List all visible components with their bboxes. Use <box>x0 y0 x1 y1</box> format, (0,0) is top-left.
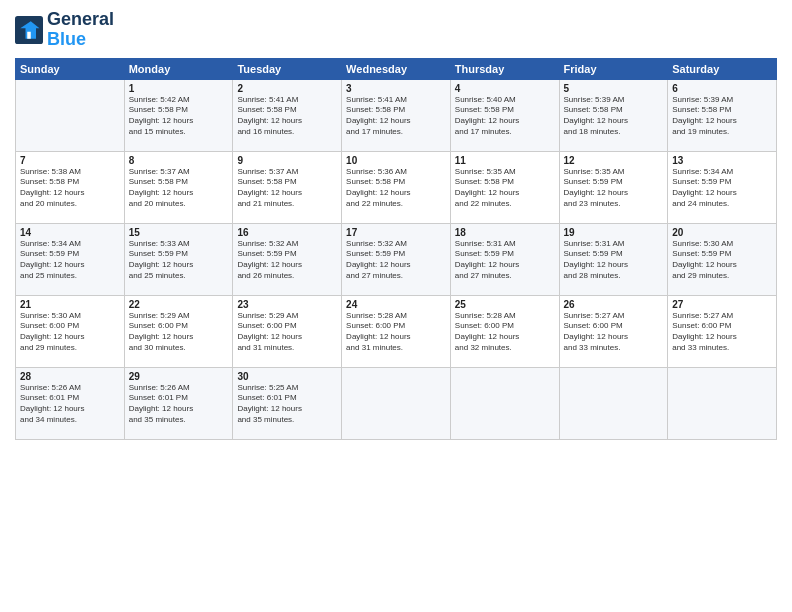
day-info: Sunrise: 5:30 AM Sunset: 5:59 PM Dayligh… <box>672 239 772 282</box>
col-header-saturday: Saturday <box>668 58 777 79</box>
calendar-cell: 6Sunrise: 5:39 AM Sunset: 5:58 PM Daylig… <box>668 79 777 151</box>
day-info: Sunrise: 5:42 AM Sunset: 5:58 PM Dayligh… <box>129 95 229 138</box>
day-number: 1 <box>129 83 229 94</box>
day-number: 24 <box>346 299 446 310</box>
day-info: Sunrise: 5:31 AM Sunset: 5:59 PM Dayligh… <box>455 239 555 282</box>
day-number: 14 <box>20 227 120 238</box>
calendar-cell: 7Sunrise: 5:38 AM Sunset: 5:58 PM Daylig… <box>16 151 125 223</box>
day-number: 12 <box>564 155 664 166</box>
day-number: 19 <box>564 227 664 238</box>
calendar-cell: 10Sunrise: 5:36 AM Sunset: 5:58 PM Dayli… <box>342 151 451 223</box>
week-row-3: 14Sunrise: 5:34 AM Sunset: 5:59 PM Dayli… <box>16 223 777 295</box>
calendar-cell: 8Sunrise: 5:37 AM Sunset: 5:58 PM Daylig… <box>124 151 233 223</box>
col-header-thursday: Thursday <box>450 58 559 79</box>
calendar-cell: 25Sunrise: 5:28 AM Sunset: 6:00 PM Dayli… <box>450 295 559 367</box>
day-info: Sunrise: 5:28 AM Sunset: 6:00 PM Dayligh… <box>346 311 446 354</box>
day-number: 28 <box>20 371 120 382</box>
calendar-cell: 12Sunrise: 5:35 AM Sunset: 5:59 PM Dayli… <box>559 151 668 223</box>
header-row: SundayMondayTuesdayWednesdayThursdayFrid… <box>16 58 777 79</box>
day-info: Sunrise: 5:26 AM Sunset: 6:01 PM Dayligh… <box>20 383 120 426</box>
day-info: Sunrise: 5:29 AM Sunset: 6:00 PM Dayligh… <box>129 311 229 354</box>
calendar-cell: 30Sunrise: 5:25 AM Sunset: 6:01 PM Dayli… <box>233 367 342 439</box>
day-info: Sunrise: 5:39 AM Sunset: 5:58 PM Dayligh… <box>564 95 664 138</box>
calendar-cell: 21Sunrise: 5:30 AM Sunset: 6:00 PM Dayli… <box>16 295 125 367</box>
day-info: Sunrise: 5:27 AM Sunset: 6:00 PM Dayligh… <box>564 311 664 354</box>
week-row-5: 28Sunrise: 5:26 AM Sunset: 6:01 PM Dayli… <box>16 367 777 439</box>
calendar-cell: 24Sunrise: 5:28 AM Sunset: 6:00 PM Dayli… <box>342 295 451 367</box>
calendar-cell: 28Sunrise: 5:26 AM Sunset: 6:01 PM Dayli… <box>16 367 125 439</box>
day-info: Sunrise: 5:30 AM Sunset: 6:00 PM Dayligh… <box>20 311 120 354</box>
calendar-cell: 3Sunrise: 5:41 AM Sunset: 5:58 PM Daylig… <box>342 79 451 151</box>
day-number: 22 <box>129 299 229 310</box>
day-number: 25 <box>455 299 555 310</box>
calendar-cell: 5Sunrise: 5:39 AM Sunset: 5:58 PM Daylig… <box>559 79 668 151</box>
calendar-cell: 27Sunrise: 5:27 AM Sunset: 6:00 PM Dayli… <box>668 295 777 367</box>
day-number: 20 <box>672 227 772 238</box>
col-header-tuesday: Tuesday <box>233 58 342 79</box>
day-info: Sunrise: 5:27 AM Sunset: 6:00 PM Dayligh… <box>672 311 772 354</box>
day-number: 7 <box>20 155 120 166</box>
page: General Blue SundayMondayTuesdayWednesda… <box>0 0 792 612</box>
calendar-cell: 14Sunrise: 5:34 AM Sunset: 5:59 PM Dayli… <box>16 223 125 295</box>
day-info: Sunrise: 5:32 AM Sunset: 5:59 PM Dayligh… <box>346 239 446 282</box>
calendar-cell <box>342 367 451 439</box>
svg-rect-2 <box>27 32 31 39</box>
calendar-cell <box>16 79 125 151</box>
day-info: Sunrise: 5:33 AM Sunset: 5:59 PM Dayligh… <box>129 239 229 282</box>
day-number: 2 <box>237 83 337 94</box>
day-info: Sunrise: 5:29 AM Sunset: 6:00 PM Dayligh… <box>237 311 337 354</box>
day-number: 16 <box>237 227 337 238</box>
day-info: Sunrise: 5:38 AM Sunset: 5:58 PM Dayligh… <box>20 167 120 210</box>
calendar-cell <box>450 367 559 439</box>
day-info: Sunrise: 5:35 AM Sunset: 5:59 PM Dayligh… <box>564 167 664 210</box>
day-info: Sunrise: 5:34 AM Sunset: 5:59 PM Dayligh… <box>672 167 772 210</box>
day-info: Sunrise: 5:35 AM Sunset: 5:58 PM Dayligh… <box>455 167 555 210</box>
logo-text: General Blue <box>47 10 114 50</box>
col-header-friday: Friday <box>559 58 668 79</box>
day-number: 8 <box>129 155 229 166</box>
day-number: 27 <box>672 299 772 310</box>
day-info: Sunrise: 5:26 AM Sunset: 6:01 PM Dayligh… <box>129 383 229 426</box>
day-info: Sunrise: 5:41 AM Sunset: 5:58 PM Dayligh… <box>346 95 446 138</box>
day-info: Sunrise: 5:41 AM Sunset: 5:58 PM Dayligh… <box>237 95 337 138</box>
calendar-cell: 15Sunrise: 5:33 AM Sunset: 5:59 PM Dayli… <box>124 223 233 295</box>
logo: General Blue <box>15 10 114 50</box>
calendar-cell: 22Sunrise: 5:29 AM Sunset: 6:00 PM Dayli… <box>124 295 233 367</box>
calendar-cell: 23Sunrise: 5:29 AM Sunset: 6:00 PM Dayli… <box>233 295 342 367</box>
col-header-wednesday: Wednesday <box>342 58 451 79</box>
day-info: Sunrise: 5:28 AM Sunset: 6:00 PM Dayligh… <box>455 311 555 354</box>
day-info: Sunrise: 5:39 AM Sunset: 5:58 PM Dayligh… <box>672 95 772 138</box>
week-row-4: 21Sunrise: 5:30 AM Sunset: 6:00 PM Dayli… <box>16 295 777 367</box>
calendar-cell: 13Sunrise: 5:34 AM Sunset: 5:59 PM Dayli… <box>668 151 777 223</box>
calendar-cell: 17Sunrise: 5:32 AM Sunset: 5:59 PM Dayli… <box>342 223 451 295</box>
day-number: 6 <box>672 83 772 94</box>
header: General Blue <box>15 10 777 50</box>
day-info: Sunrise: 5:32 AM Sunset: 5:59 PM Dayligh… <box>237 239 337 282</box>
day-number: 17 <box>346 227 446 238</box>
day-info: Sunrise: 5:25 AM Sunset: 6:01 PM Dayligh… <box>237 383 337 426</box>
day-info: Sunrise: 5:37 AM Sunset: 5:58 PM Dayligh… <box>237 167 337 210</box>
day-number: 3 <box>346 83 446 94</box>
day-number: 5 <box>564 83 664 94</box>
day-number: 26 <box>564 299 664 310</box>
calendar-cell: 16Sunrise: 5:32 AM Sunset: 5:59 PM Dayli… <box>233 223 342 295</box>
calendar-cell: 29Sunrise: 5:26 AM Sunset: 6:01 PM Dayli… <box>124 367 233 439</box>
week-row-2: 7Sunrise: 5:38 AM Sunset: 5:58 PM Daylig… <box>16 151 777 223</box>
col-header-sunday: Sunday <box>16 58 125 79</box>
day-number: 18 <box>455 227 555 238</box>
calendar-cell: 11Sunrise: 5:35 AM Sunset: 5:58 PM Dayli… <box>450 151 559 223</box>
calendar-cell: 18Sunrise: 5:31 AM Sunset: 5:59 PM Dayli… <box>450 223 559 295</box>
day-info: Sunrise: 5:31 AM Sunset: 5:59 PM Dayligh… <box>564 239 664 282</box>
calendar-cell: 19Sunrise: 5:31 AM Sunset: 5:59 PM Dayli… <box>559 223 668 295</box>
day-info: Sunrise: 5:34 AM Sunset: 5:59 PM Dayligh… <box>20 239 120 282</box>
day-number: 21 <box>20 299 120 310</box>
logo-icon <box>15 16 43 44</box>
calendar-cell: 2Sunrise: 5:41 AM Sunset: 5:58 PM Daylig… <box>233 79 342 151</box>
day-number: 15 <box>129 227 229 238</box>
day-info: Sunrise: 5:40 AM Sunset: 5:58 PM Dayligh… <box>455 95 555 138</box>
day-number: 4 <box>455 83 555 94</box>
day-number: 11 <box>455 155 555 166</box>
col-header-monday: Monday <box>124 58 233 79</box>
day-number: 9 <box>237 155 337 166</box>
day-number: 30 <box>237 371 337 382</box>
